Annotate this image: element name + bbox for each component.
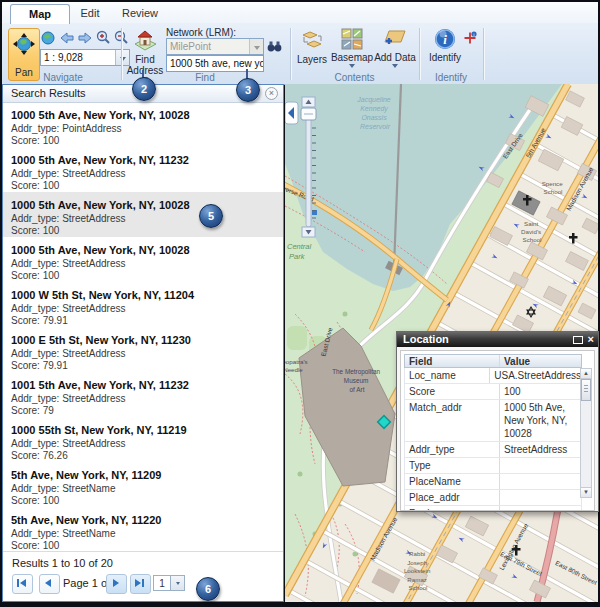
chevron-down-icon [176, 582, 180, 587]
ribbon: Map Edit Review Pan [2, 2, 598, 85]
network-lrm-combo[interactable]: MilePoint [166, 38, 264, 55]
result-score: Score: 76.26 [11, 450, 275, 462]
panel-collapse-button[interactable] [285, 102, 298, 124]
result-addr-type: Addr_type: PointAddress [11, 123, 275, 135]
search-results-panel: Search Results × 1000 5th Ave, New York,… [2, 84, 284, 602]
search-result-item[interactable]: 5th Ave, New York, NY, 11209 Addr_type: … [3, 462, 283, 507]
page-select[interactable]: 1 [153, 575, 185, 591]
next-extent-icon[interactable] [77, 30, 93, 46]
group-divider [483, 28, 485, 80]
next-page-button[interactable] [106, 574, 127, 594]
result-score: Score: 100 [11, 180, 275, 192]
last-page-button[interactable] [130, 574, 151, 594]
search-results-title: Search Results [11, 87, 86, 99]
search-result-item[interactable]: 1000 W 5th St, New York, NY, 11204 Addr_… [3, 282, 283, 327]
scroll-up-icon[interactable]: ▲ [581, 369, 591, 379]
chevron-down-icon [254, 46, 260, 53]
location-table-header: Field Value [404, 354, 582, 368]
close-icon[interactable]: × [588, 332, 594, 347]
table-row: Place_addr [404, 490, 582, 506]
result-address: 1000 W 5th St, New York, NY, 11204 [11, 289, 275, 301]
field-cell: Place_addr [405, 490, 499, 505]
previous-page-button[interactable] [39, 574, 60, 594]
result-address: 5th Ave, New York, NY, 11220 [11, 514, 275, 526]
address-search-value: 1000 5th ave, new york, ny [167, 56, 263, 71]
table-row: Rank [404, 506, 582, 511]
add-data-button[interactable]: Add Data [374, 28, 416, 71]
search-result-item[interactable]: 1000 E 5th St, New York, NY, 11230 Addr_… [3, 327, 283, 372]
identify-label: Identify [429, 52, 461, 63]
first-page-button[interactable] [12, 574, 33, 594]
table-row: PlaceName [404, 474, 582, 490]
layers-label: Layers [297, 54, 327, 65]
result-addr-type: Addr_type: StreetAddress [11, 438, 275, 450]
field-cell: Score [405, 384, 499, 399]
result-addr-type: Addr_type: StreetName [11, 528, 275, 540]
tab-edit[interactable]: Edit [72, 4, 108, 23]
tab-map[interactable]: Map [10, 4, 70, 24]
field-cell: PlaceName [405, 474, 499, 489]
callout-badge-3: 3 [236, 78, 260, 102]
layers-button[interactable]: Layers [294, 28, 330, 65]
basemap-icon [341, 28, 363, 52]
location-popup: Location × Field Value Loc_name USA.Stre… [396, 331, 599, 512]
basemap-button[interactable]: Basemap [332, 28, 372, 71]
search-result-item[interactable]: 1000 5th Ave, New York, NY, 10028 Addr_t… [3, 102, 283, 147]
value-cell [499, 490, 581, 505]
result-address: 1000 5th Ave, New York, NY, 10028 [11, 199, 275, 211]
network-lrm-value: MilePoint [167, 39, 249, 54]
zoom-in-icon[interactable] [95, 30, 111, 46]
identify-button[interactable]: i Identify [426, 28, 464, 63]
value-cell [499, 506, 581, 511]
search-result-item[interactable]: 1000 5th Ave, New York, NY, 10028 Addr_t… [3, 237, 283, 282]
result-score: Score: 79.91 [11, 360, 275, 372]
result-score: Score: 79 [11, 405, 275, 417]
chevron-down-icon [392, 64, 398, 71]
result-addr-type: Addr_type: StreetAddress [11, 348, 275, 360]
zoom-slider-track[interactable] [306, 107, 311, 227]
table-row: Score 100 [404, 384, 582, 400]
result-addr-type: Addr_type: StreetAddress [11, 213, 275, 225]
add-data-icon [382, 28, 408, 52]
table-row: Loc_name USA.StreetAddress [404, 368, 582, 384]
identify-point-icon[interactable]: i [463, 31, 477, 49]
close-icon[interactable]: × [265, 87, 278, 100]
scroll-down-icon[interactable]: ▼ [581, 487, 591, 497]
field-cell: Type [405, 458, 499, 473]
map-label-saint-davids-school: Saint David's School [521, 220, 543, 243]
pager: Page 1 of 2 1 [3, 574, 283, 596]
page-select-dropdown-button[interactable] [171, 575, 185, 591]
maximize-icon[interactable] [573, 336, 583, 344]
search-result-item[interactable]: 1000 5th Ave, New York, NY, 10028 Addr_t… [3, 192, 283, 237]
search-result-item[interactable]: 5th Ave, New York, NY, 11220 Addr_type: … [3, 507, 283, 552]
group-label-identify: Identify [419, 72, 483, 83]
popup-scrollbar[interactable]: ▲ ▼ [580, 368, 592, 498]
scrollbar-thumb[interactable] [581, 379, 591, 401]
binoculars-icon[interactable] [267, 39, 282, 57]
address-search-input[interactable]: 1000 5th ave, new york, ny [166, 55, 264, 72]
ribbon-tab-row: Map Edit Review [2, 2, 598, 23]
location-attribute-table: Field Value Loc_name USA.StreetAddress S… [404, 354, 582, 511]
field-cell: Rank [405, 506, 499, 511]
table-row: Addr_type StreetAddress [404, 442, 582, 458]
location-popup-body: Field Value Loc_name USA.StreetAddress S… [400, 350, 595, 511]
pan-globe-icon [12, 32, 36, 58]
search-result-item[interactable]: 1001 5th Ave, New York, NY, 11232 Addr_t… [3, 372, 283, 417]
map-scale-combo[interactable]: 1 : 9,028 [40, 49, 130, 66]
add-data-label: Add Data [374, 52, 416, 63]
result-score: Score: 100 [11, 495, 275, 507]
layers-icon [300, 28, 324, 54]
search-result-item[interactable]: 1000 5th Ave, New York, NY, 11232 Addr_t… [3, 147, 283, 192]
field-cell: Match_addr [405, 400, 499, 441]
location-popup-titlebar[interactable]: Location × [397, 332, 598, 347]
result-address: 1000 5th Ave, New York, NY, 11232 [11, 154, 275, 166]
network-lrm-dropdown-button[interactable] [249, 39, 263, 54]
previous-extent-icon[interactable] [59, 30, 75, 46]
result-score: Score: 79.91 [11, 315, 275, 327]
tab-review[interactable]: Review [114, 4, 166, 23]
search-result-item[interactable]: 1000 55th St, New York, NY, 11219 Addr_t… [3, 417, 283, 462]
full-extent-icon[interactable] [40, 30, 56, 46]
chevron-down-icon [349, 64, 355, 71]
result-address: 1000 5th Ave, New York, NY, 10028 [11, 109, 275, 121]
field-cell: Addr_type [405, 442, 499, 457]
